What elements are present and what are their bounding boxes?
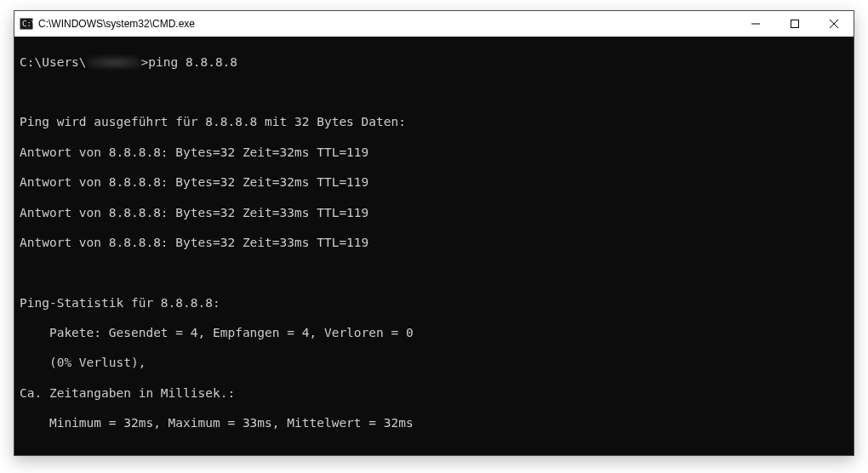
minimize-icon (751, 20, 760, 28)
ping-stats-packets: Pakete: Gesendet = 4, Empfangen = 4, Ver… (20, 326, 848, 341)
ping-stats-loss: (0% Verlust), (20, 356, 848, 371)
ping-time-values: Minimum = 32ms, Maximum = 33ms, Mittelwe… (20, 416, 848, 431)
maximize-button[interactable] (775, 11, 814, 37)
titlebar-controls (736, 11, 854, 37)
ping-reply: Antwort von 8.8.8.8: Bytes=32 Zeit=32ms … (20, 145, 848, 161)
blank-line (20, 85, 848, 100)
svg-rect-3 (791, 20, 799, 28)
prompt-prefix: C:\Users\ (20, 55, 87, 69)
ping-exec-line: Ping wird ausgeführt für 8.8.8.8 mit 32 … (20, 115, 848, 130)
redacted-username (88, 56, 140, 69)
ping-reply: Antwort von 8.8.8.8: Bytes=32 Zeit=33ms … (20, 206, 848, 221)
console-output[interactable]: C:\Users\>ping 8.8.8.8 Ping wird ausgefü… (14, 37, 854, 455)
ping-time-header: Ca. Zeitangaben in Millisek.: (20, 386, 848, 402)
titlebar-left: C:\ C:\WINDOWS\system32\CMD.exe (14, 17, 736, 31)
blank-line (20, 447, 848, 455)
ping-reply: Antwort von 8.8.8.8: Bytes=32 Zeit=32ms … (20, 175, 848, 191)
blank-line (20, 265, 848, 281)
close-button[interactable] (814, 11, 854, 37)
cmd-window: C:\ C:\WINDOWS\system32\CMD.exe (14, 10, 854, 456)
ping-stats-header: Ping-Statistik für 8.8.8.8: (20, 296, 848, 311)
window-title: C:\WINDOWS\system32\CMD.exe (38, 18, 195, 30)
maximize-icon (791, 20, 799, 28)
minimize-button[interactable] (736, 11, 775, 37)
svg-text:C:\: C:\ (22, 20, 33, 28)
close-icon (830, 20, 838, 28)
prompt-suffix: > (141, 55, 149, 69)
svg-rect-2 (751, 24, 760, 25)
ping-reply: Antwort von 8.8.8.8: Bytes=32 Zeit=33ms … (20, 236, 848, 251)
prompt-line: C:\Users\>ping 8.8.8.8 (20, 55, 848, 71)
cmd-app-icon: C:\ (20, 17, 33, 31)
typed-command: ping 8.8.8.8 (148, 55, 237, 69)
titlebar[interactable]: C:\ C:\WINDOWS\system32\CMD.exe (14, 11, 854, 37)
